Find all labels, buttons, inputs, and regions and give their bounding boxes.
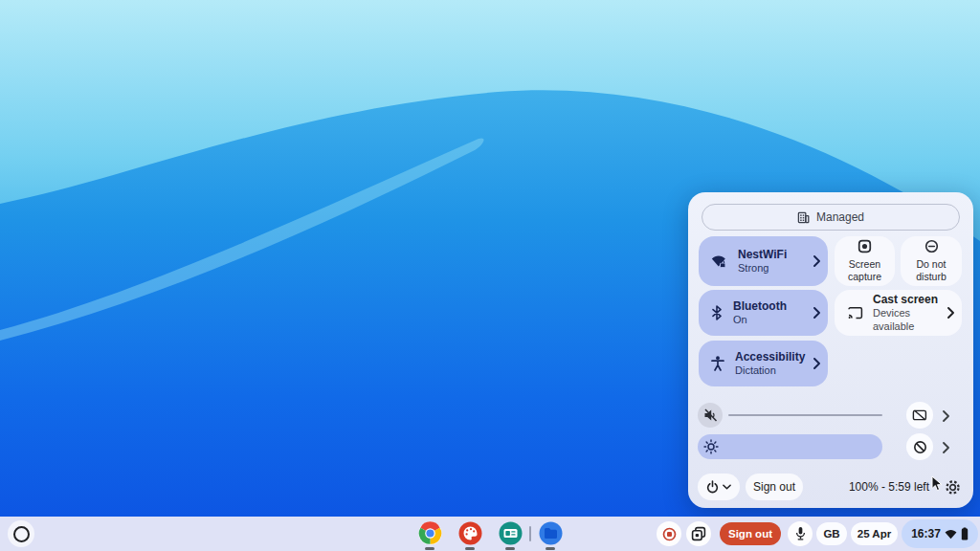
screen-capture-tray-button[interactable]	[686, 521, 711, 546]
volume-slider-track[interactable]	[728, 414, 882, 416]
gear-icon	[945, 479, 961, 496]
cast-icon	[847, 306, 863, 320]
chevron-right-icon	[813, 358, 820, 369]
volume-muted-icon	[703, 408, 718, 422]
managed-label: Managed	[816, 210, 864, 224]
brightness-slider[interactable]	[698, 434, 882, 459]
microphone-tray-button[interactable]	[788, 521, 813, 546]
launcher-icon	[13, 526, 30, 542]
volume-slider-thumb[interactable]	[698, 403, 723, 428]
night-light-off-icon	[913, 440, 927, 454]
quick-settings-panel: Managed NestWiFi Strong Screen captu	[688, 192, 973, 508]
bluetooth-icon	[711, 305, 723, 320]
screen-recording-indicator[interactable]	[657, 521, 681, 546]
wifi-secured-icon	[711, 254, 727, 269]
screen-capture-tile[interactable]: Screen capture	[835, 236, 895, 286]
night-light-toggle[interactable]	[906, 433, 933, 460]
cast-title: Cast screen	[873, 293, 947, 307]
bluetooth-title: Bluetooth	[733, 299, 813, 314]
audio-settings-chevron[interactable]	[943, 408, 949, 426]
shelf-separator	[529, 526, 531, 541]
date-button[interactable]: 25 Apr	[851, 522, 898, 545]
status-tray-button[interactable]: 16:37	[902, 519, 978, 548]
network-status: Strong	[738, 262, 813, 276]
audio-output-toggle[interactable]	[906, 402, 933, 429]
canvas-app-icon[interactable]	[458, 521, 482, 545]
accessibility-tile[interactable]: Accessibility Dictation	[699, 341, 828, 386]
media-card-app-icon[interactable]	[499, 521, 523, 545]
battery-status: 100% - 5:59 left	[837, 480, 929, 494]
shelf: Sign out GB 25 Apr 16:37	[0, 517, 980, 551]
launcher-button[interactable]	[8, 520, 34, 547]
power-icon	[706, 480, 719, 494]
wifi-status-icon	[945, 529, 957, 540]
do-not-disturb-icon	[924, 239, 939, 253]
chrome-running-indicator	[425, 547, 434, 550]
microphone-icon	[794, 526, 807, 541]
chevron-down-icon	[723, 484, 731, 490]
chevron-right-icon	[947, 307, 954, 319]
network-name: NestWiFi	[738, 248, 813, 262]
shelf-sign-out-label: Sign out	[728, 528, 772, 540]
bluetooth-tile[interactable]: Bluetooth On	[699, 290, 828, 336]
do-not-disturb-label: Do not disturb	[902, 258, 960, 283]
bluetooth-status: On	[733, 314, 813, 327]
screen-capture-tray-icon	[691, 526, 706, 541]
accessibility-status: Dictation	[735, 364, 813, 378]
record-stop-icon	[662, 527, 677, 541]
cast-status: Devices available	[873, 307, 947, 334]
files-running-indicator	[546, 547, 555, 550]
cast-screen-tile[interactable]: Cast screen Devices available	[835, 290, 962, 336]
do-not-disturb-tile[interactable]: Do not disturb	[901, 236, 962, 286]
shelf-sign-out-button[interactable]: Sign out	[720, 522, 781, 545]
screen-capture-label: Screen capture	[836, 258, 893, 283]
clock: 16:37	[911, 527, 941, 540]
chrome-app-icon[interactable]	[418, 521, 442, 545]
settings-button[interactable]	[942, 476, 963, 497]
network-tile[interactable]: NestWiFi Strong	[699, 236, 828, 286]
accessibility-icon	[711, 356, 724, 371]
chevron-right-icon	[813, 307, 820, 319]
enterprise-managed-icon	[797, 211, 810, 224]
display-off-icon	[912, 408, 927, 422]
canvas-running-indicator	[465, 547, 475, 550]
managed-button[interactable]: Managed	[702, 204, 960, 231]
date-label: 25 Apr	[858, 528, 891, 540]
battery-status-icon	[961, 527, 969, 540]
keyboard-layout-label: GB	[823, 528, 839, 540]
keyboard-layout-button[interactable]: GB	[816, 522, 847, 545]
accessibility-title: Accessibility	[735, 350, 813, 364]
mouse-cursor	[931, 475, 943, 492]
screen-capture-icon	[858, 239, 872, 253]
sign-out-button[interactable]: Sign out	[746, 474, 803, 500]
brightness-icon	[703, 439, 719, 454]
sign-out-label: Sign out	[753, 480, 795, 494]
chevron-right-icon	[813, 255, 820, 267]
files-app-icon[interactable]	[539, 521, 563, 545]
power-button[interactable]	[698, 474, 740, 500]
display-settings-chevron[interactable]	[943, 440, 949, 457]
chromeos-desktop: Managed NestWiFi Strong Screen captu	[0, 0, 980, 551]
media-card-running-indicator	[505, 547, 515, 550]
